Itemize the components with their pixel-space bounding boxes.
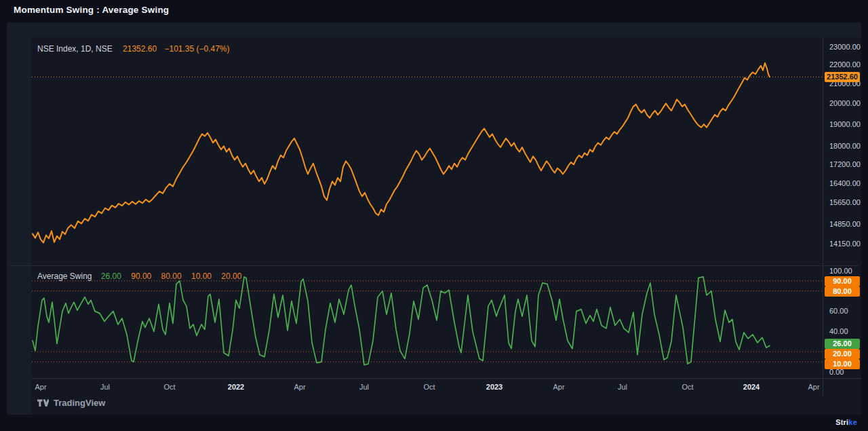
tradingview-logo-icon bbox=[37, 399, 49, 407]
price-legend[interactable]: NSE Index, 1D, NSE 21352.60 −101.35 (−0.… bbox=[37, 44, 230, 54]
price-tick-17200: 17200.00 bbox=[829, 160, 861, 169]
oscillator-tick-100: 100.00 bbox=[829, 267, 852, 276]
price-tick-22000: 22000.00 bbox=[829, 60, 861, 69]
price-tick-14150: 14150.00 bbox=[829, 240, 861, 248]
price-legend-symbol: NSE Index, 1D, NSE bbox=[37, 44, 113, 54]
price-legend-last: 21352.60 bbox=[123, 44, 157, 54]
time-tick-2024: 2024 bbox=[743, 383, 760, 391]
price-tick-20000: 20000.00 bbox=[829, 99, 861, 108]
time-tick-2022: 2022 bbox=[228, 383, 244, 391]
time-tick-apr-4: Apr bbox=[294, 383, 305, 391]
oscillator-tick-40: 40.00 bbox=[829, 327, 848, 336]
last-price-badge: 21352.60 bbox=[825, 72, 860, 82]
oscillator-legend-title: Average Swing bbox=[37, 271, 92, 281]
time-tick-apr-8: Apr bbox=[553, 383, 564, 391]
hline-badge-20: 20.00 bbox=[825, 349, 860, 359]
tradingview-label: TradingView bbox=[54, 398, 105, 408]
price-axis[interactable]: 23000.0022000.0021000.0020000.0019000.00… bbox=[823, 37, 861, 396]
time-axis[interactable]: AprJulOct2022AprJulOct2023AprJulOct2024A… bbox=[32, 379, 861, 396]
tradingview-attribution[interactable]: TradingView bbox=[37, 398, 105, 408]
hline-badge-10: 10.00 bbox=[825, 359, 860, 369]
strike-watermark: Strike bbox=[835, 418, 857, 426]
pane-divider[interactable] bbox=[9, 265, 859, 266]
price-line-series bbox=[33, 63, 770, 243]
plot-svg[interactable] bbox=[32, 37, 823, 378]
price-tick-15650: 15650.00 bbox=[829, 198, 861, 207]
time-tick-apr-0: Apr bbox=[35, 383, 46, 391]
price-tick-14850: 14850.00 bbox=[829, 220, 861, 229]
time-tick-2023: 2023 bbox=[486, 383, 502, 391]
time-tick-apr-12: Apr bbox=[808, 383, 819, 391]
hline-badge-90: 90.00 bbox=[825, 276, 860, 286]
strike-watermark-white: Stri bbox=[835, 418, 848, 426]
oscillator-hline-value-90: 90.00 bbox=[131, 271, 151, 281]
oscillator-hline-value-20: 20.00 bbox=[221, 271, 241, 281]
oscillator-hline-value-80: 80.00 bbox=[161, 271, 182, 281]
time-tick-jul-5: Jul bbox=[359, 383, 369, 391]
strike-watermark-blue: ke bbox=[848, 418, 857, 426]
time-tick-oct-2: Oct bbox=[163, 383, 175, 391]
hline-badge-80: 80.00 bbox=[825, 286, 860, 297]
oscillator-value-badge: 26.00 bbox=[825, 339, 860, 349]
price-tick-19000: 19000.00 bbox=[829, 120, 861, 129]
oscillator-hline-value-10: 10.00 bbox=[191, 271, 212, 281]
time-tick-oct-6: Oct bbox=[423, 383, 435, 391]
time-tick-jul-1: Jul bbox=[100, 383, 110, 391]
price-tick-18000: 18000.00 bbox=[829, 142, 861, 151]
page: Momentum Swing : Average Swing NSE Index… bbox=[0, 0, 868, 431]
price-tick-23000: 23000.00 bbox=[829, 43, 861, 52]
price-tick-16400: 16400.00 bbox=[829, 179, 861, 188]
page-title: Momentum Swing : Average Swing bbox=[14, 5, 169, 15]
oscillator-legend-value: 26.00 bbox=[101, 271, 121, 281]
price-legend-change: −101.35 (−0.47%) bbox=[164, 44, 229, 54]
time-tick-oct-10: Oct bbox=[682, 383, 693, 391]
time-tick-jul-9: Jul bbox=[618, 383, 627, 391]
chart-card: NSE Index, 1D, NSE 21352.60 −101.35 (−0.… bbox=[7, 22, 861, 415]
oscillator-legend[interactable]: Average Swing 26.00 90.00 80.00 10.00 20… bbox=[37, 271, 241, 281]
oscillator-tick-60: 60.00 bbox=[829, 307, 848, 316]
